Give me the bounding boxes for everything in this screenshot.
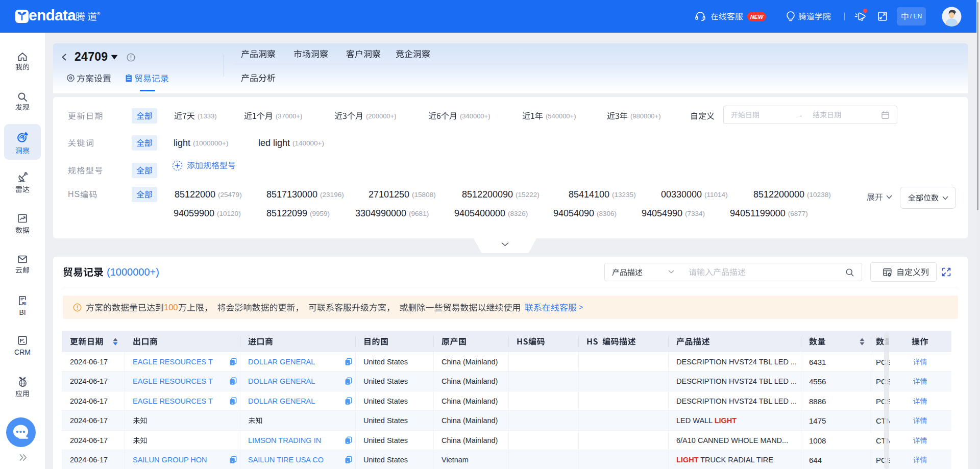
svg-text:BI: BI: [22, 301, 27, 306]
